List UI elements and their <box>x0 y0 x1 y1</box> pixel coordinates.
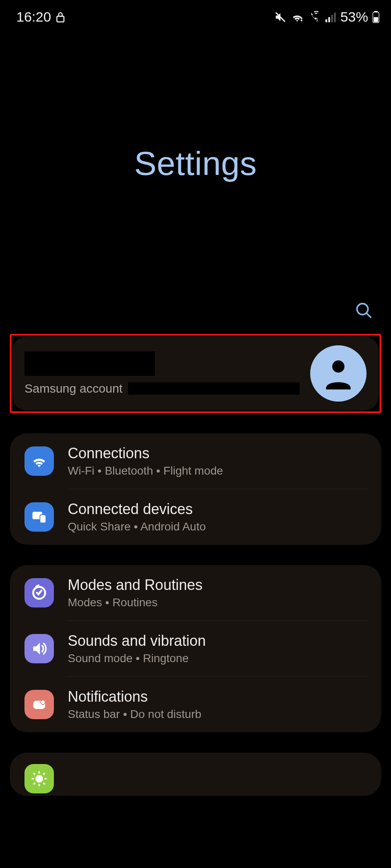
svg-line-25 <box>33 783 35 784</box>
row-sounds-vibration[interactable]: Sounds and vibration Sound mode • Ringto… <box>10 621 381 676</box>
account-email-redacted <box>128 382 300 395</box>
highlight-box: Samsung account <box>10 334 381 413</box>
account-text: Samsung account <box>24 351 300 395</box>
row-modes-routines[interactable]: Modes and Routines Modes • Routines <box>10 565 381 621</box>
battery-icon <box>372 11 380 23</box>
row-title: Notifications <box>68 688 369 705</box>
avatar <box>310 345 367 402</box>
search-icon <box>355 301 373 321</box>
svg-line-26 <box>43 773 45 775</box>
group-sounds: Modes and Routines Modes • Routines Soun… <box>10 565 381 732</box>
status-left: 16:20 <box>16 9 66 25</box>
row-title: Modes and Routines <box>68 576 369 594</box>
row-sub: Wi-Fi • Bluetooth • Flight mode <box>68 464 369 477</box>
status-right: 1 53% <box>274 9 380 25</box>
wifi-status-icon <box>291 11 304 23</box>
hero: Settings <box>0 29 391 298</box>
svg-point-17 <box>41 700 45 705</box>
notifications-icon <box>24 690 54 719</box>
row-title: Sounds and vibration <box>68 632 369 649</box>
svg-point-10 <box>357 303 368 314</box>
account-name-redacted <box>24 351 155 376</box>
devices-icon <box>24 502 54 532</box>
status-bar: 16:20 1 53% <box>0 0 391 29</box>
row-sub: Sound mode • Ringtone <box>68 652 369 665</box>
row-sub: Modes • Routines <box>68 596 369 609</box>
row-display[interactable] <box>10 753 381 796</box>
svg-rect-5 <box>331 15 333 22</box>
svg-rect-3 <box>325 19 327 22</box>
toolbar <box>0 298 391 334</box>
row-sub: Status bar • Do not disturb <box>68 708 369 721</box>
lock-icon <box>55 11 66 23</box>
wifi-icon <box>24 446 54 476</box>
wifi-calling-icon: 1 <box>308 11 321 23</box>
group-display <box>10 753 381 796</box>
svg-rect-6 <box>334 12 335 22</box>
settings-screen: 16:20 1 53% <box>0 0 391 868</box>
row-notifications[interactable]: Notifications Status bar • Do not distur… <box>10 677 381 732</box>
svg-rect-9 <box>374 17 378 22</box>
svg-rect-4 <box>328 17 330 22</box>
samsung-account-card[interactable]: Samsung account <box>12 336 379 411</box>
battery-text: 53% <box>340 9 368 25</box>
svg-point-12 <box>332 360 344 373</box>
row-title: Connected devices <box>68 501 369 518</box>
row-sub: Quick Share • Android Auto <box>68 520 369 533</box>
search-button[interactable] <box>351 298 377 324</box>
account-section: Samsung account <box>0 334 391 413</box>
display-icon <box>24 764 54 793</box>
svg-rect-0 <box>57 16 64 22</box>
status-time: 16:20 <box>16 9 51 25</box>
row-connections[interactable]: Connections Wi-Fi • Bluetooth • Flight m… <box>10 433 381 489</box>
svg-line-23 <box>33 773 35 775</box>
sound-icon <box>24 634 54 663</box>
svg-point-18 <box>36 775 43 782</box>
row-title: Connections <box>68 445 369 462</box>
account-subtitle: Samsung account <box>24 382 122 395</box>
page-title: Settings <box>134 144 257 183</box>
mute-icon <box>274 11 287 23</box>
svg-line-24 <box>43 783 45 784</box>
row-connected-devices[interactable]: Connected devices Quick Share • Android … <box>10 489 381 545</box>
svg-rect-14 <box>40 515 46 523</box>
settings-groups: Connections Wi-Fi • Bluetooth • Flight m… <box>0 433 391 796</box>
signal-icon <box>325 11 336 23</box>
svg-text:1: 1 <box>316 17 318 22</box>
svg-line-11 <box>367 313 371 318</box>
routines-icon <box>24 578 54 607</box>
person-icon <box>320 354 357 393</box>
group-connections: Connections Wi-Fi • Bluetooth • Flight m… <box>10 433 381 545</box>
